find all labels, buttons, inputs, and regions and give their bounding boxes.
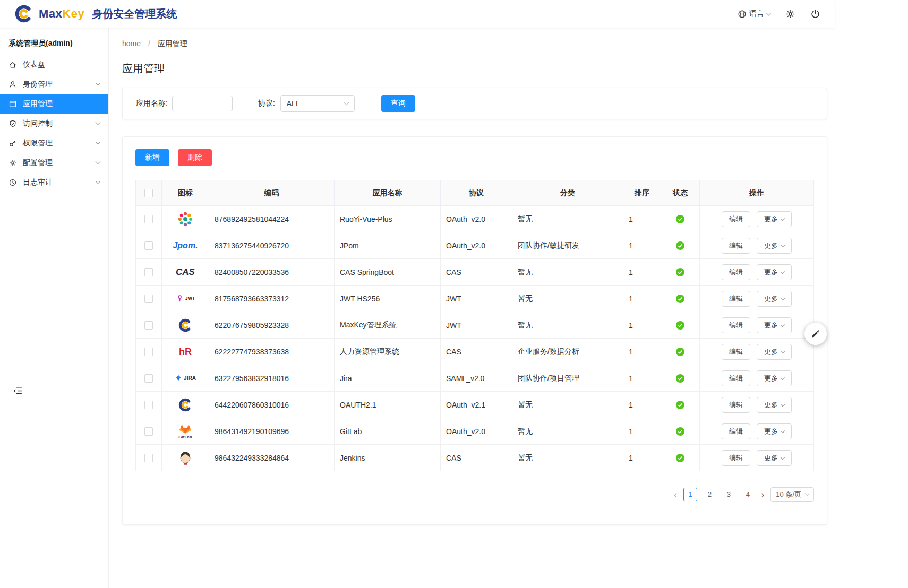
chevron-down-icon: [96, 120, 101, 125]
table-row: GitLab 986431492190109696 GitLab OAuth_v…: [136, 418, 814, 445]
app-code: 817568793663373312: [209, 286, 335, 312]
app-title: 身份安全管理系统: [92, 7, 177, 21]
status-enabled-icon: [676, 294, 684, 302]
more-button[interactable]: 更多: [757, 211, 792, 227]
settings-button[interactable]: [785, 9, 795, 19]
more-button[interactable]: 更多: [757, 450, 792, 466]
row-checkbox[interactable]: [144, 427, 153, 436]
app-name: Jenkins: [335, 445, 441, 471]
edit-button[interactable]: 编辑: [722, 344, 750, 360]
app-name: JWT HS256: [335, 286, 441, 312]
table-row: JIRA 632279563832918016 Jira SAML_v2.0 团…: [136, 365, 814, 392]
add-button[interactable]: 新增: [135, 149, 169, 166]
row-checkbox[interactable]: [144, 268, 153, 276]
app-protocol: CAS: [441, 445, 512, 471]
page-number[interactable]: 4: [741, 488, 755, 501]
app-name: JPom: [335, 232, 441, 259]
app-sort: 1: [623, 312, 661, 339]
breadcrumb-home-link[interactable]: home: [122, 39, 141, 48]
collapse-sidebar-button[interactable]: [13, 386, 23, 398]
edit-button[interactable]: 编辑: [722, 264, 750, 280]
more-button[interactable]: 更多: [757, 264, 792, 280]
select-all-checkbox[interactable]: [144, 189, 153, 197]
sidebar-item-permissions[interactable]: 权限管理: [0, 133, 108, 153]
app-sort: 1: [623, 232, 661, 259]
edit-button[interactable]: 编辑: [722, 397, 750, 413]
app-protocol: OAuth_v2.0: [441, 418, 512, 445]
edit-button[interactable]: 编辑: [722, 450, 750, 466]
protocol-select[interactable]: ALL: [280, 95, 355, 112]
header-category: 分类: [512, 180, 623, 206]
status-enabled-icon: [676, 400, 684, 409]
table-row: hR 622227747938373638 人力资源管理系统 CAS 企业服务/…: [136, 339, 814, 365]
more-button[interactable]: 更多: [757, 397, 792, 413]
more-button[interactable]: 更多: [757, 423, 792, 439]
row-checkbox[interactable]: [144, 454, 153, 462]
edit-button[interactable]: 编辑: [722, 423, 750, 439]
app-category: 暂无: [512, 206, 623, 232]
table-panel: 新增 删除 图标 编码 应用名称 协议 分类 排序 状态: [122, 136, 827, 525]
edit-button[interactable]: 编辑: [722, 238, 750, 254]
search-button[interactable]: 查询: [381, 95, 415, 112]
prev-page-button[interactable]: ‹: [673, 490, 678, 499]
row-checkbox[interactable]: [144, 374, 153, 383]
next-page-button[interactable]: ›: [760, 490, 765, 499]
breadcrumb: home / 应用管理: [122, 35, 827, 49]
chevron-down-icon: [781, 296, 785, 300]
app-protocol: OAuth_v2.0: [441, 232, 512, 259]
app-category: 团队协作/项目管理: [512, 365, 623, 392]
edit-button[interactable]: 编辑: [722, 370, 750, 386]
language-switcher[interactable]: 语言: [738, 9, 770, 19]
sidebar-item-dashboard[interactable]: 仪表盘: [0, 55, 108, 74]
floating-tool-button[interactable]: [804, 323, 827, 345]
header-icon: 图标: [162, 180, 209, 206]
more-button[interactable]: 更多: [757, 238, 792, 254]
row-checkbox[interactable]: [144, 295, 153, 303]
sidebar-item-identity[interactable]: 身份管理: [0, 74, 108, 94]
table-row: Jpom. 837136275440926720 JPom OAuth_v2.0…: [136, 232, 814, 259]
pagination: ‹ 1 2 3 4 › 10 条/页: [135, 487, 814, 502]
sidebar-item-audit-log[interactable]: 日志审计: [0, 172, 108, 192]
more-button[interactable]: 更多: [757, 317, 792, 333]
page-number[interactable]: 3: [722, 488, 735, 501]
chevron-down-icon: [781, 375, 785, 379]
app-sort: 1: [623, 259, 661, 286]
app-sort: 1: [623, 206, 661, 232]
app-name-input[interactable]: [172, 96, 233, 111]
gear-icon: [8, 159, 17, 167]
app-category: 暂无: [512, 445, 623, 471]
status-enabled-icon: [676, 374, 684, 382]
status-enabled-icon: [676, 427, 684, 435]
logout-button[interactable]: [810, 9, 820, 19]
more-button[interactable]: 更多: [757, 291, 792, 307]
top-actions: 语言: [738, 9, 820, 19]
page-number[interactable]: 2: [703, 488, 716, 501]
chevron-down-icon: [781, 428, 785, 433]
more-button[interactable]: 更多: [757, 344, 792, 360]
sidebar-item-configuration[interactable]: 配置管理: [0, 153, 108, 172]
header-status: 状态: [661, 180, 700, 206]
page-size-select[interactable]: 10 条/页: [770, 487, 814, 502]
delete-button[interactable]: 删除: [178, 149, 212, 166]
sidebar-item-apps[interactable]: 应用管理: [0, 94, 108, 114]
edit-button[interactable]: 编辑: [722, 211, 750, 227]
jwt-icon: JWT: [173, 288, 198, 310]
sidebar-item-access-control[interactable]: 访问控制: [0, 114, 108, 133]
screenshot-pen-icon: [810, 328, 821, 339]
chevron-down-icon: [344, 100, 349, 105]
row-checkbox[interactable]: [144, 241, 153, 250]
row-checkbox[interactable]: [144, 215, 153, 223]
app-name-label: 应用名称:: [136, 99, 168, 108]
jenkins-icon: [173, 447, 198, 469]
edit-button[interactable]: 编辑: [722, 317, 750, 333]
row-checkbox[interactable]: [144, 401, 153, 409]
edit-button[interactable]: 编辑: [722, 291, 750, 307]
sidebar-item-label: 权限管理: [23, 139, 53, 148]
table-row: 622076759805923328 MaxKey管理系统 JWT 暂无 1 编…: [136, 312, 814, 339]
row-checkbox[interactable]: [144, 321, 153, 330]
gear-icon: [785, 9, 795, 19]
more-button[interactable]: 更多: [757, 370, 792, 386]
page-number[interactable]: 1: [683, 488, 697, 501]
row-checkbox[interactable]: [144, 348, 153, 356]
breadcrumb-current: 应用管理: [158, 39, 187, 48]
